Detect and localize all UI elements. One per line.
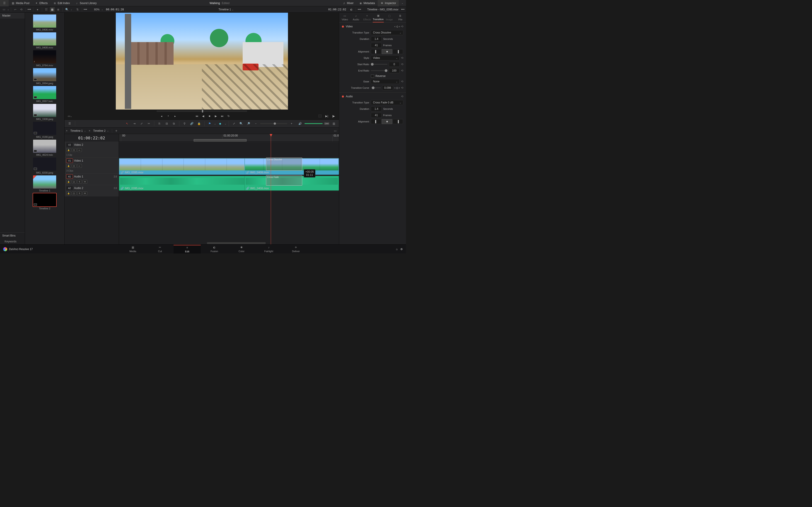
current-clip-icon[interactable]: • <box>166 113 171 119</box>
zoom-out-icon[interactable]: − <box>253 121 259 126</box>
flag-icon[interactable]: ⚑ <box>207 121 213 126</box>
ease-select[interactable]: None⌄ <box>371 79 400 84</box>
disable-track-icon[interactable]: ▭ <box>77 148 82 152</box>
timeline-body[interactable]: 00 01:00:20:00 01:00:24:00 🔗IMG_0395.mov <box>119 134 339 244</box>
thumbnail-view-icon[interactable]: ▦ <box>50 7 55 12</box>
solo-button[interactable]: S <box>77 191 82 195</box>
sync-icon[interactable]: ⟲ <box>19 7 24 12</box>
inspector-tab-image[interactable]: ▢Image <box>384 13 395 22</box>
add-timeline-tab-icon[interactable]: + <box>113 129 119 133</box>
link-icon[interactable]: 🔗 <box>189 121 195 126</box>
page-edit[interactable]: ≡Edit <box>173 245 201 253</box>
last-edit-icon[interactable]: |▶ <box>331 113 336 119</box>
track-tag[interactable]: V1 <box>66 159 73 163</box>
page-fairlight[interactable]: ♪Fairlight <box>255 245 282 253</box>
inspector-section-audio[interactable]: Audio ⟲ <box>339 92 406 99</box>
zoom-slider[interactable] <box>260 123 287 124</box>
range-indicator[interactable] <box>194 139 247 142</box>
timeline-tab[interactable]: Timeline 1⌄ <box>68 128 88 133</box>
next-clip-icon[interactable]: ▸ <box>172 113 178 119</box>
align-start-button[interactable]: ▌ <box>371 119 381 124</box>
insert-clip-icon[interactable]: ⎘ <box>157 121 162 126</box>
inspector-options-icon[interactable]: ••• <box>401 8 405 11</box>
zoom-custom-icon[interactable]: 🔎 <box>246 121 251 126</box>
tab-close-icon[interactable]: × <box>66 129 68 132</box>
start-ratio-input[interactable]: 0 <box>389 62 400 67</box>
timeline-ruler[interactable]: 00 01:00:20:00 01:00:24:00 <box>119 134 339 142</box>
replace-clip-icon[interactable]: ⧉ <box>171 121 177 126</box>
audio-transition[interactable]: Cross Fade <box>266 175 302 186</box>
media-pool-options-icon[interactable]: ••• <box>28 8 31 11</box>
viewer-options-icon[interactable]: ••• <box>358 8 361 11</box>
reset-icon[interactable]: ⟲ <box>401 25 403 28</box>
clip-thumb[interactable] <box>33 139 56 153</box>
timeline-thumb[interactable] <box>33 175 56 188</box>
viewer-zoom[interactable]: 80% <box>93 8 100 11</box>
inspector-tab-effects[interactable]: ✦Effects <box>362 13 373 22</box>
overwrite-clip-icon[interactable]: ⊟ <box>164 121 170 126</box>
next-edit-icon[interactable]: ▶| <box>324 113 329 119</box>
duration-seconds-input[interactable]: 1.4 <box>371 37 382 42</box>
lock-track-icon[interactable]: 🔒 <box>66 180 71 183</box>
zoom-in-icon[interactable]: + <box>289 121 295 126</box>
lock-track-icon[interactable]: 🔒 <box>66 148 71 152</box>
tab-close-icon[interactable]: × <box>89 129 90 132</box>
dynamic-trim-icon[interactable]: ⤢ <box>139 121 145 126</box>
audio-duration-frames-input[interactable]: 41 <box>371 113 382 118</box>
snap-icon[interactable]: ⚲ <box>182 121 188 126</box>
end-ratio-input[interactable]: 100 <box>389 68 400 73</box>
disable-track-icon[interactable]: ▭ <box>77 164 82 168</box>
style-select[interactable]: Video⌄ <box>371 55 400 60</box>
viewer-title[interactable]: Timeline 1 ⌄ <box>219 8 234 11</box>
auto-select-icon[interactable]: ◫ <box>72 191 77 195</box>
track-lane-a1[interactable]: 🔗IMG_0395.mov 🔗IMG_0408.mov <box>119 175 339 191</box>
reverse-checkbox[interactable] <box>371 74 374 78</box>
align-end-button[interactable]: ▐ <box>393 119 403 124</box>
project-settings-icon[interactable]: ⚙ <box>400 247 403 251</box>
transition-type-select[interactable]: Cross Dissolve⌄ <box>371 30 403 35</box>
bin-master[interactable]: Master <box>0 13 25 18</box>
curve-slider[interactable] <box>371 88 381 88</box>
chevron-down-icon[interactable]: ⌄ <box>7 8 9 11</box>
dim-button[interactable]: DIM <box>324 122 329 125</box>
next-keyframe-icon[interactable]: › <box>399 86 400 90</box>
mute-button[interactable]: M <box>83 191 87 195</box>
effects-toggle[interactable]: ✦Effects <box>32 0 50 6</box>
page-color[interactable]: ✺Color <box>228 245 255 253</box>
zoom-full-icon[interactable]: ⤢ <box>231 121 237 126</box>
prev-clip-icon[interactable]: ◂ <box>159 113 164 119</box>
track-header-a2[interactable]: A2 Audio 2 2.0 <box>64 185 119 191</box>
layout-menu-icon[interactable]: ▭ <box>1 7 6 12</box>
lock-icon[interactable]: 🔒 <box>196 121 202 126</box>
align-end-button[interactable]: ▐ <box>393 49 403 54</box>
auto-select-icon[interactable]: ◫ <box>72 148 77 152</box>
track-name[interactable]: Audio 2 <box>74 186 83 190</box>
align-center-button[interactable]: ■ <box>382 119 392 124</box>
match-frame-icon[interactable]: ⛶ <box>317 113 323 119</box>
sort-icon[interactable]: ⇅ <box>75 7 80 12</box>
resolve-logo-icon[interactable] <box>3 247 7 251</box>
program-viewer[interactable] <box>64 13 339 110</box>
timeline-timecode[interactable]: 01:00:22:02 <box>64 134 119 142</box>
keyframe-icon[interactable]: ◇ <box>396 86 398 90</box>
clip-thumb[interactable] <box>33 158 56 171</box>
stacked-timelines-icon[interactable]: ▭ <box>333 128 338 133</box>
reset-icon[interactable]: ⟲ <box>401 86 403 90</box>
clip-thumb[interactable] <box>33 122 56 135</box>
page-deliver[interactable]: ✈Deliver <box>282 245 309 253</box>
loop-icon[interactable]: ↻ <box>226 113 231 119</box>
selection-tool-icon[interactable]: ↖ <box>124 121 130 126</box>
jog-bar[interactable] <box>64 110 339 113</box>
play-icon[interactable]: ▶ <box>213 113 219 119</box>
record-dot-icon[interactable]: ● <box>35 7 40 12</box>
track-tag[interactable]: V2 <box>66 143 73 147</box>
duration-frames-input[interactable]: 41 <box>371 43 382 48</box>
smart-bins-header[interactable]: Smart Bins <box>0 232 25 238</box>
curve-input[interactable]: 0.098 <box>382 85 393 90</box>
reset-icon[interactable]: ⟲ <box>401 69 403 72</box>
prev-keyframe-icon[interactable]: ‹ <box>395 25 395 28</box>
volume-slider[interactable] <box>305 123 323 124</box>
track-tag[interactable]: A1 <box>66 174 73 179</box>
marker-icon[interactable]: ◆ <box>217 121 223 126</box>
search-icon[interactable]: 🔍 <box>64 7 69 12</box>
